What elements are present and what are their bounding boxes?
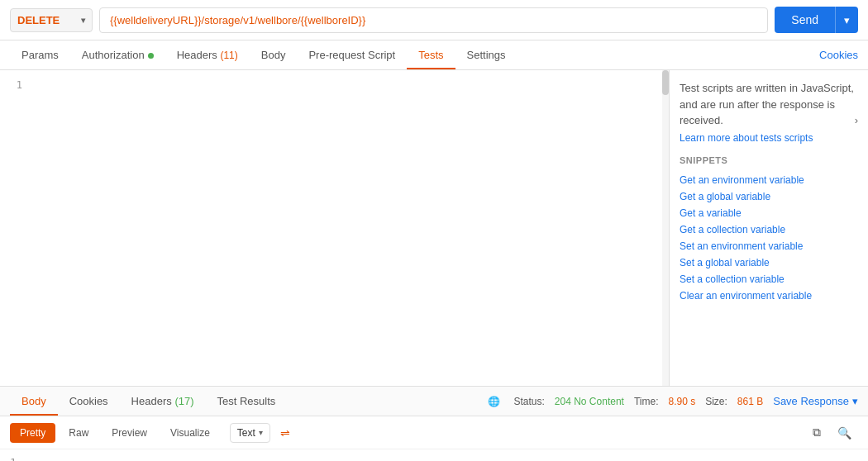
tab-headers[interactable]: Headers (11) xyxy=(165,40,250,69)
format-select-chevron-icon: ▾ xyxy=(259,428,263,437)
snippets-expand-icon[interactable]: › xyxy=(855,112,858,129)
top-bar: DELETE ▾ Send ▾ xyxy=(0,0,868,40)
save-response-button[interactable]: Save Response ▾ xyxy=(773,395,858,407)
save-response-chevron-icon: ▾ xyxy=(852,395,858,407)
time-label: Time: xyxy=(634,396,659,407)
response-meta: 🌐 Status: 204 No Content Time: 8.90 s Si… xyxy=(488,395,858,407)
response-tabs-bar: Body Cookies Headers (17) Test Results 🌐… xyxy=(0,386,868,416)
headers-badge: (11) xyxy=(220,50,237,61)
method-label: DELETE xyxy=(17,14,60,26)
format-toolbar: Pretty Raw Preview Visualize Text ▾ ⇌ ⧉ … xyxy=(0,416,868,449)
search-response-button[interactable]: 🔍 xyxy=(831,422,858,444)
send-button[interactable]: Send xyxy=(775,7,835,33)
test-editor[interactable]: 1 xyxy=(0,70,670,386)
size-label: Size: xyxy=(705,396,727,407)
tab-pre-request-script[interactable]: Pre-request Script xyxy=(297,40,407,69)
snippet-get-variable[interactable]: Get a variable xyxy=(680,205,858,221)
tab-tests[interactable]: Tests xyxy=(407,40,455,69)
editor-scrollbar-thumb xyxy=(662,70,669,95)
response-line-number-1: 1 xyxy=(10,456,20,461)
format-preview-button[interactable]: Preview xyxy=(102,423,157,443)
response-tab-test-results[interactable]: Test Results xyxy=(206,387,288,416)
method-chevron-icon: ▾ xyxy=(81,16,85,25)
snippets-learn-more-link[interactable]: Learn more about tests scripts xyxy=(680,132,858,144)
copy-response-button[interactable]: ⧉ xyxy=(806,421,827,444)
format-type-select[interactable]: Text ▾ xyxy=(230,423,270,443)
snippets-description: Test scripts are written in JavaScript, … xyxy=(680,80,858,129)
snippet-get-env-var[interactable]: Get an environment variable xyxy=(680,172,858,188)
size-value: 861 B xyxy=(737,396,763,407)
line-number-1: 1 xyxy=(0,77,29,93)
tab-body[interactable]: Body xyxy=(250,40,298,69)
status-label: Status: xyxy=(513,396,544,407)
response-headers-badge: (17) xyxy=(174,395,193,407)
snippet-clear-env-var[interactable]: Clear an environment variable xyxy=(680,288,858,304)
format-visualize-button[interactable]: Visualize xyxy=(160,423,220,443)
request-tabs: Params Authorization Headers (11) Body P… xyxy=(0,40,868,70)
tab-params[interactable]: Params xyxy=(10,40,70,69)
main-content: 1 Test scripts are written in JavaScript… xyxy=(0,70,868,386)
snippets-section-title: SNIPPETS xyxy=(680,155,858,165)
response-body-area: 1 xyxy=(0,449,868,461)
response-tab-cookies[interactable]: Cookies xyxy=(58,387,120,416)
format-raw-button[interactable]: Raw xyxy=(59,423,98,443)
editor-scrollbar[interactable] xyxy=(662,70,669,386)
method-selector[interactable]: DELETE ▾ xyxy=(10,8,93,32)
snippets-panel: Test scripts are written in JavaScript, … xyxy=(670,70,868,386)
editor-content-area[interactable] xyxy=(29,70,669,386)
send-button-group: Send ▾ xyxy=(775,7,858,33)
send-dropdown-button[interactable]: ▾ xyxy=(835,7,858,33)
response-tab-body[interactable]: Body xyxy=(10,387,58,416)
wrap-lines-button[interactable]: ⇌ xyxy=(274,422,297,444)
snippet-set-collection-var[interactable]: Set a collection variable xyxy=(680,271,858,288)
snippet-get-global-var[interactable]: Get a global variable xyxy=(680,188,858,205)
snippet-set-env-var[interactable]: Set an environment variable xyxy=(680,238,858,254)
status-value: 204 No Content xyxy=(555,396,624,407)
url-input[interactable] xyxy=(99,7,768,33)
globe-icon: 🌐 xyxy=(488,396,500,407)
authorization-dot xyxy=(148,53,154,59)
response-tab-headers[interactable]: Headers (17) xyxy=(120,387,206,416)
cookies-link[interactable]: Cookies xyxy=(819,40,858,69)
format-pretty-button[interactable]: Pretty xyxy=(10,423,55,443)
snippet-set-global-var[interactable]: Set a global variable xyxy=(680,254,858,271)
editor-line-numbers: 1 xyxy=(0,70,29,100)
snippet-get-collection-var[interactable]: Get a collection variable xyxy=(680,221,858,238)
tab-authorization[interactable]: Authorization xyxy=(70,40,165,69)
tab-settings[interactable]: Settings xyxy=(455,40,517,69)
time-value: 8.90 s xyxy=(668,396,695,407)
